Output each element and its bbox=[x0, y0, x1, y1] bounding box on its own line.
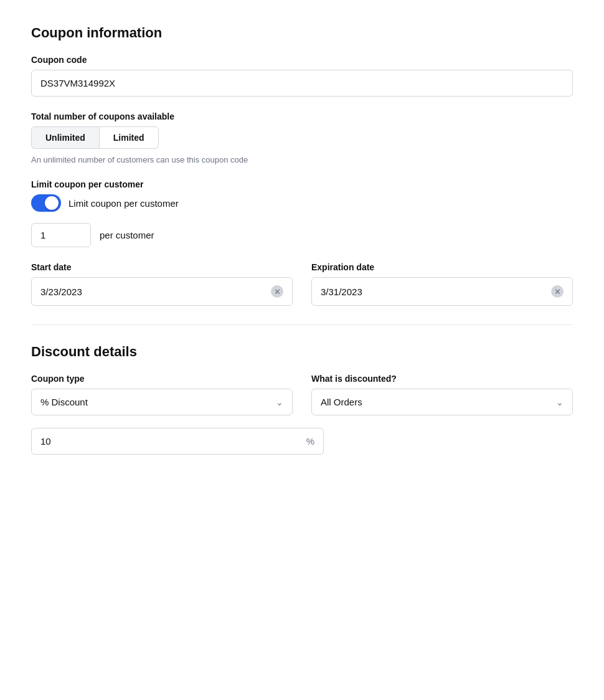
total-coupons-label: Total number of coupons available bbox=[31, 111, 573, 121]
per-customer-row: per customer bbox=[31, 223, 573, 247]
coupon-type-select[interactable]: % Discount ⌄ bbox=[31, 389, 293, 415]
discount-amount-field[interactable]: 10 % bbox=[31, 428, 324, 455]
expiration-date-clear-icon[interactable]: ✕ bbox=[551, 285, 564, 298]
toggle-thumb bbox=[45, 196, 59, 210]
coupon-type-field: Coupon type % Discount ⌄ bbox=[31, 374, 293, 415]
coupon-type-chevron-down-icon: ⌄ bbox=[276, 397, 283, 407]
expiration-date-input-wrapper[interactable]: 3/31/2023 ✕ bbox=[311, 277, 573, 306]
what-discounted-select[interactable]: All Orders ⌄ bbox=[311, 389, 573, 415]
total-coupons-field: Total number of coupons available Unlimi… bbox=[31, 111, 573, 164]
section-divider bbox=[31, 324, 573, 325]
coupon-information-section: Coupon information Coupon code Total num… bbox=[31, 25, 573, 306]
limit-toggle-label: Limit coupon per customer bbox=[68, 198, 179, 209]
coupon-section-title: Coupon information bbox=[31, 25, 573, 41]
coupon-type-label: Coupon type bbox=[31, 374, 293, 384]
start-date-input-wrapper[interactable]: 3/23/2023 ✕ bbox=[31, 277, 293, 306]
start-date-value: 3/23/2023 bbox=[40, 286, 271, 297]
coupon-limit-toggle-group: Unlimited Limited bbox=[31, 126, 573, 149]
coupon-code-field: Coupon code bbox=[31, 55, 573, 97]
limit-coupon-field: Limit coupon per customer Limit coupon p… bbox=[31, 179, 573, 247]
limit-coupon-label: Limit coupon per customer bbox=[31, 179, 573, 189]
discount-percent-symbol: % bbox=[306, 436, 314, 447]
limit-toggle-row: Limit coupon per customer bbox=[31, 194, 573, 212]
unlimited-hint-text: An unlimited number of customers can use… bbox=[31, 155, 573, 164]
discount-section-title: Discount details bbox=[31, 344, 573, 360]
per-customer-suffix: per customer bbox=[100, 230, 154, 240]
toggle-track bbox=[31, 194, 61, 212]
expiration-date-field: Expiration date 3/31/2023 ✕ bbox=[311, 262, 573, 306]
discount-details-section: Discount details Coupon type % Discount … bbox=[31, 344, 573, 455]
expiration-date-value: 3/31/2023 bbox=[321, 286, 551, 297]
what-discounted-chevron-down-icon: ⌄ bbox=[556, 397, 564, 407]
what-discounted-field: What is discounted? All Orders ⌄ bbox=[311, 374, 573, 415]
start-date-clear-icon[interactable]: ✕ bbox=[271, 285, 283, 298]
coupon-code-input[interactable] bbox=[31, 70, 573, 97]
what-discounted-label: What is discounted? bbox=[311, 374, 573, 384]
discount-amount-value: 10 bbox=[40, 436, 51, 447]
limit-toggle-switch[interactable] bbox=[31, 194, 61, 212]
expiration-date-label: Expiration date bbox=[311, 262, 573, 272]
coupon-code-label: Coupon code bbox=[31, 55, 573, 65]
discount-type-grid: Coupon type % Discount ⌄ What is discoun… bbox=[31, 374, 573, 415]
per-customer-input[interactable] bbox=[31, 223, 91, 247]
what-discounted-value: All Orders bbox=[321, 397, 362, 407]
start-date-field: Start date 3/23/2023 ✕ bbox=[31, 262, 293, 306]
limited-button[interactable]: Limited bbox=[100, 126, 159, 149]
unlimited-button[interactable]: Unlimited bbox=[31, 126, 100, 149]
date-row: Start date 3/23/2023 ✕ Expiration date 3… bbox=[31, 262, 573, 306]
start-date-label: Start date bbox=[31, 262, 293, 272]
coupon-type-value: % Discount bbox=[40, 397, 88, 407]
